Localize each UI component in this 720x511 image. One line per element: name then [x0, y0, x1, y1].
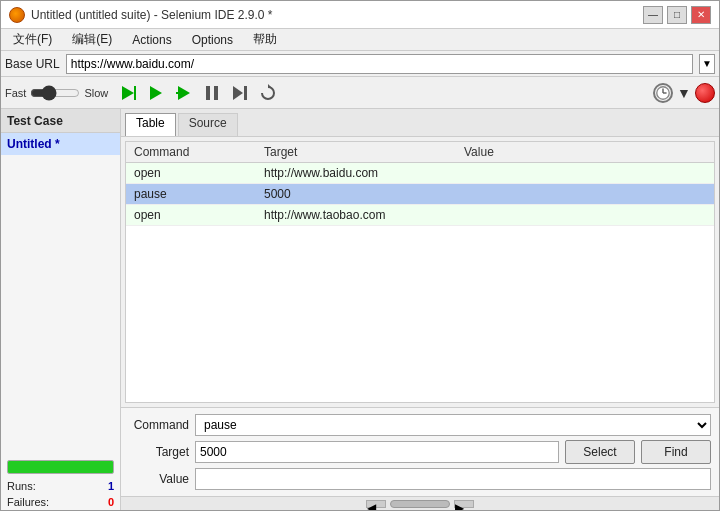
target-baidu: http://www.baidu.com: [256, 163, 456, 184]
find-button[interactable]: Find: [641, 440, 711, 464]
value-pause: [456, 184, 714, 205]
base-url-bar: Base URL ▼: [1, 51, 719, 77]
command-table-area[interactable]: Command Target Value open http://www.bai…: [125, 141, 715, 403]
pause-button[interactable]: [200, 81, 224, 105]
progress-bar: [8, 461, 113, 473]
progress-bar-container: [7, 460, 114, 474]
menu-actions[interactable]: Actions: [128, 32, 175, 48]
svg-rect-8: [244, 86, 247, 100]
main-panel: Table Source Command Target Value: [121, 109, 719, 510]
runs-value: 1: [108, 480, 114, 492]
horizontal-scrollbar[interactable]: ◀ ▶: [121, 496, 719, 510]
svg-marker-0: [122, 86, 134, 100]
stats-failures-row: Failures: 0: [1, 494, 120, 510]
command-label: Command: [129, 418, 189, 432]
svg-rect-6: [214, 86, 218, 100]
play-from-here-button[interactable]: [172, 81, 196, 105]
svg-rect-1: [134, 86, 136, 100]
menu-bar: 文件(F) 编辑(E) Actions Options 帮助: [1, 29, 719, 51]
value-row: Value: [129, 468, 711, 490]
value-open-1: [456, 163, 714, 184]
maximize-button[interactable]: □: [667, 6, 687, 24]
command-select[interactable]: pause open click type: [195, 414, 711, 436]
menu-edit[interactable]: 编辑(E): [68, 30, 116, 49]
command-table: Command Target Value open http://www.bai…: [126, 142, 714, 226]
value-open-2: [456, 205, 714, 226]
content-area: Test Case Untitled * Runs: 1 Failures: 0…: [1, 109, 719, 510]
tab-table[interactable]: Table: [125, 113, 176, 136]
base-url-input[interactable]: [66, 54, 693, 74]
stats-runs-row: Runs: 1: [1, 478, 120, 494]
target-row: Target Select Find: [129, 440, 711, 464]
title-controls: — □ ✕: [643, 6, 711, 24]
svg-marker-9: [268, 84, 272, 88]
header-value: Value: [456, 142, 714, 163]
menu-file[interactable]: 文件(F): [9, 30, 56, 49]
test-case-header: Test Case: [1, 109, 120, 133]
table-row[interactable]: open http://www.taobao.com: [126, 205, 714, 226]
select-button[interactable]: Select: [565, 440, 635, 464]
table-row[interactable]: pause 5000: [126, 184, 714, 205]
minimize-button[interactable]: —: [643, 6, 663, 24]
menu-options[interactable]: Options: [188, 32, 237, 48]
target-pause: 5000: [256, 184, 456, 205]
clock-dropdown-button[interactable]: ▼: [677, 81, 691, 105]
table-header-row: Command Target Value: [126, 142, 714, 163]
menu-help[interactable]: 帮助: [249, 30, 281, 49]
svg-marker-7: [233, 86, 243, 100]
target-input[interactable]: [195, 441, 559, 463]
tab-source[interactable]: Source: [178, 113, 238, 136]
command-row: Command pause open click type: [129, 414, 711, 436]
reload-button[interactable]: [256, 81, 280, 105]
clock-icon: [653, 83, 673, 103]
failures-value: 0: [108, 496, 114, 508]
scroll-thumb[interactable]: [390, 500, 450, 508]
sidebar-spacer: [1, 155, 120, 456]
value-input[interactable]: [195, 468, 711, 490]
bottom-form: Command pause open click type Target Sel…: [121, 407, 719, 496]
value-label: Value: [129, 472, 189, 486]
toolbar: Fast Slow: [1, 77, 719, 109]
sidebar: Test Case Untitled * Runs: 1 Failures: 0: [1, 109, 121, 510]
header-command: Command: [126, 142, 256, 163]
speed-slow-label: Slow: [84, 87, 108, 99]
runs-label: Runs:: [7, 480, 36, 492]
cmd-open-2: open: [126, 205, 256, 226]
title-bar: Untitled (untitled suite) - Selenium IDE…: [1, 1, 719, 29]
title-bar-left: Untitled (untitled suite) - Selenium IDE…: [9, 7, 272, 23]
window-title: Untitled (untitled suite) - Selenium IDE…: [31, 8, 272, 22]
speed-fast-label: Fast: [5, 87, 26, 99]
cmd-open-1: open: [126, 163, 256, 184]
toolbar-right: ▼: [653, 81, 715, 105]
base-url-label: Base URL: [5, 57, 60, 71]
header-target: Target: [256, 142, 456, 163]
main-window: Untitled (untitled suite) - Selenium IDE…: [0, 0, 720, 511]
svg-marker-2: [150, 86, 162, 100]
speed-slider[interactable]: [30, 86, 80, 100]
failures-label: Failures:: [7, 496, 49, 508]
close-button[interactable]: ✕: [691, 6, 711, 24]
step-button[interactable]: [228, 81, 252, 105]
firefox-icon: [9, 7, 25, 23]
cmd-pause: pause: [126, 184, 256, 205]
table-row[interactable]: open http://www.baidu.com: [126, 163, 714, 184]
target-taobao: http://www.taobao.com: [256, 205, 456, 226]
tab-bar: Table Source: [121, 109, 719, 137]
base-url-dropdown[interactable]: ▼: [699, 54, 715, 74]
scroll-right-btn[interactable]: ▶: [454, 500, 474, 508]
play-suite-button[interactable]: [116, 81, 140, 105]
scroll-left-btn[interactable]: ◀: [366, 500, 386, 508]
test-case-item[interactable]: Untitled *: [1, 133, 120, 155]
play-button[interactable]: [144, 81, 168, 105]
svg-rect-5: [206, 86, 210, 100]
stop-indicator[interactable]: [695, 83, 715, 103]
target-label: Target: [129, 445, 189, 459]
speed-control: Fast Slow: [5, 86, 108, 100]
